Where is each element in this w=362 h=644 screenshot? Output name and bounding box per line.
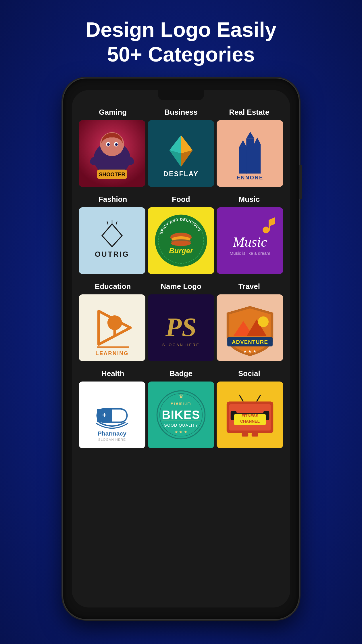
tile-social[interactable]: FITNESS CHANNEL (217, 382, 283, 448)
svg-text:CHANNEL: CHANNEL (240, 419, 260, 423)
label-namelogo: Name Logo (147, 279, 215, 293)
label-health: Health (79, 366, 147, 380)
category-labels-row-1: Gaming Business Real Estate (79, 104, 283, 119)
label-gaming: Gaming (79, 104, 147, 119)
phone-mockup: Gaming Business Real Estate (63, 78, 299, 619)
label-social: Social (215, 366, 283, 380)
label-badge: Badge (147, 366, 215, 380)
category-labels-row-4: Health Badge Social (79, 366, 283, 380)
logo-grid-row-4: + Pharmacy SLOGAN HERE (79, 382, 283, 448)
svg-text:SHOOTER: SHOOTER (99, 171, 125, 177)
svg-rect-22 (254, 144, 261, 173)
tile-music[interactable]: Music Music is like a dream (217, 207, 283, 274)
logo-grid-row-1: SHOOTER (79, 120, 283, 187)
svg-point-7 (107, 143, 110, 146)
svg-text:FITNESS: FITNESS (242, 413, 259, 418)
tile-realestate[interactable]: ENNONE (217, 120, 283, 187)
svg-point-47 (107, 315, 122, 330)
svg-text:Burger: Burger (169, 247, 194, 255)
logo-grid-row-3: LEARNING PS SLOGAN HERE (79, 294, 283, 361)
svg-rect-18 (239, 147, 247, 174)
tile-travel[interactable]: ADVENTURE ★ ★ ★ (217, 294, 283, 361)
svg-text:Premium: Premium (171, 401, 191, 406)
page-header: Design Logo Easily 50+ Categories (86, 0, 276, 78)
svg-text:PS: PS (165, 312, 197, 342)
svg-text:♛: ♛ (179, 393, 184, 399)
tile-fashion[interactable]: OUTRIG (79, 207, 145, 274)
svg-text:ADVENTURE: ADVENTURE (232, 339, 268, 345)
phone-frame: Gaming Business Real Estate (63, 78, 299, 619)
svg-text:SLOGAN HERE: SLOGAN HERE (162, 343, 200, 347)
svg-text:Music: Music (232, 234, 267, 250)
label-realestate: Real Estate (215, 104, 283, 119)
category-labels-row-3: Education Name Logo Travel (79, 279, 283, 293)
svg-rect-48 (113, 330, 116, 336)
tile-food[interactable]: SPICY AND DELICIOUS Burger (148, 207, 214, 274)
svg-text:GOOD QUALITY: GOOD QUALITY (164, 423, 198, 427)
tile-education[interactable]: LEARNING (79, 294, 145, 361)
svg-point-8 (115, 143, 118, 146)
svg-text:Music is like a dream: Music is like a dream (230, 251, 270, 256)
svg-rect-89 (252, 433, 258, 437)
svg-text:LEARNING: LEARNING (95, 350, 128, 356)
svg-point-41 (263, 227, 269, 233)
tile-health[interactable]: + Pharmacy SLOGAN HERE (79, 382, 145, 448)
label-fashion: Fashion (79, 191, 147, 206)
svg-rect-25 (79, 207, 145, 274)
svg-text:★ ★ ★: ★ ★ ★ (174, 430, 188, 434)
label-travel: Travel (215, 279, 283, 293)
category-labels-row-2: Fashion Food Music (79, 191, 283, 206)
label-food: Food (147, 191, 215, 206)
screen-content: Gaming Business Real Estate (72, 90, 290, 607)
tile-business[interactable]: DESFLAY (148, 120, 214, 187)
tile-namelogo[interactable]: PS SLOGAN HERE (148, 294, 214, 361)
header-title: Design Logo Easily 50+ Categories (86, 17, 276, 67)
svg-text:DESFLAY: DESFLAY (163, 170, 199, 178)
svg-text:Pharmacy: Pharmacy (98, 430, 126, 437)
label-business: Business (147, 104, 215, 119)
phone-screen: Gaming Business Real Estate (72, 90, 290, 607)
svg-point-57 (258, 316, 269, 327)
tile-badge[interactable]: ♛ Premium BIKES GOOD QUALITY ★ ★ ★ (148, 382, 214, 448)
svg-text:BIKES: BIKES (162, 408, 200, 421)
svg-text:★ ★ ★: ★ ★ ★ (243, 349, 257, 354)
svg-point-38 (171, 241, 191, 246)
svg-rect-20 (246, 139, 254, 174)
svg-text:SLOGAN HERE: SLOGAN HERE (98, 438, 126, 441)
svg-text:ENNONE: ENNONE (236, 175, 263, 181)
logo-grid-row-2: OUTRIG SPICY AND DEL (79, 207, 283, 274)
phone-notch (158, 90, 204, 100)
tile-gaming[interactable]: SHOOTER (79, 120, 145, 187)
svg-text:+: + (102, 411, 107, 419)
svg-text:OUTRIG: OUTRIG (95, 250, 129, 258)
label-education: Education (79, 279, 147, 293)
svg-rect-88 (242, 433, 248, 437)
label-music: Music (215, 191, 283, 206)
